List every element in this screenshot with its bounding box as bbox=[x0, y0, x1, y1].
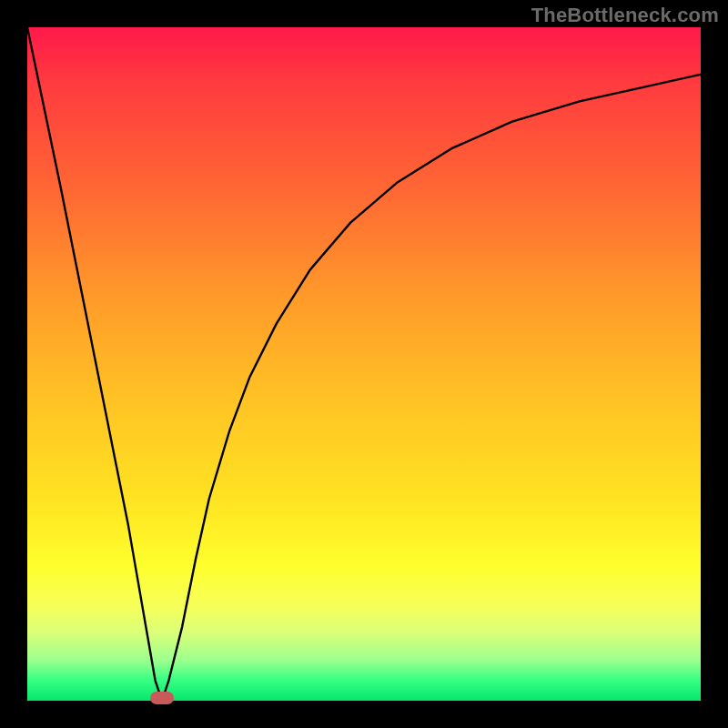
chart-frame: TheBottleneck.com bbox=[0, 0, 728, 728]
optimal-marker bbox=[150, 692, 174, 704]
bottleneck-curve bbox=[27, 27, 701, 701]
watermark-text: TheBottleneck.com bbox=[531, 4, 719, 27]
plot-area bbox=[27, 27, 701, 701]
